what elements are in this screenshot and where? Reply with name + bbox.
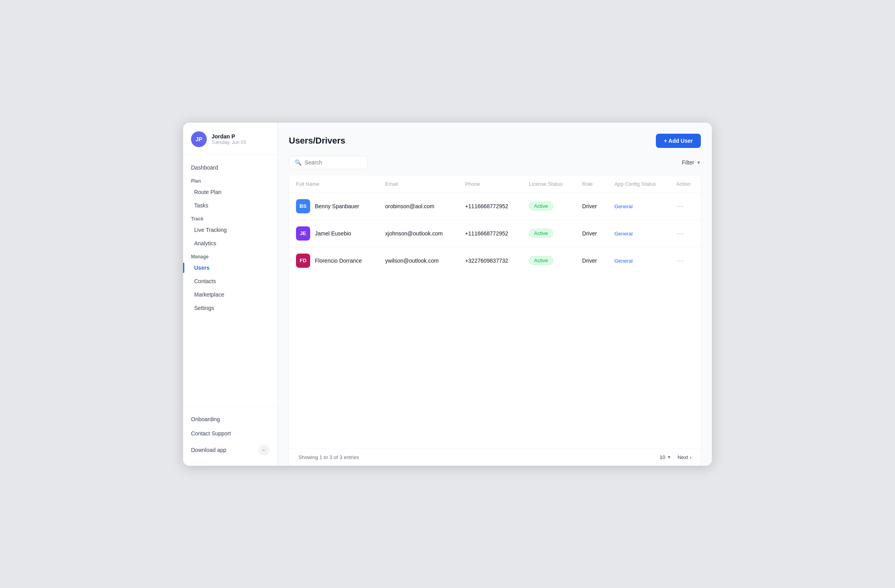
user-info: Jordan P Tuesday, Jun 03 <box>212 133 246 145</box>
sidebar-item-live-tracking[interactable]: Live Tracking <box>183 223 277 237</box>
table-footer: Showing 1 to 3 of 3 entries 10 ▼ Next › <box>289 448 701 466</box>
avatar: BS <box>296 199 310 213</box>
sidebar-bottom-label: Download app <box>191 447 227 453</box>
sidebar-item-label: Users <box>194 265 210 271</box>
action-menu-icon[interactable]: ⋯ <box>676 257 684 265</box>
showing-entries-text: Showing 1 to 3 of 3 entries <box>298 454 359 460</box>
user-name-text: Jamel Eusebio <box>315 230 351 237</box>
avatar: FD <box>296 254 310 268</box>
sidebar-item-onboarding[interactable]: Onboarding <box>183 412 277 426</box>
search-box: 🔍 <box>289 156 368 169</box>
cell-email: orobinson@aol.com <box>378 192 458 220</box>
sidebar-item-marketplace[interactable]: Marketplace <box>183 288 277 301</box>
sidebar-item-label: Tasks <box>194 202 208 209</box>
col-action: Action <box>669 175 701 193</box>
nav-section-plan: Plan <box>183 174 277 185</box>
next-button[interactable]: Next › <box>678 454 691 460</box>
table-header: Full Name Email Phone License Status Rol… <box>289 175 701 193</box>
sidebar-item-analytics[interactable]: Analytics <box>183 237 277 250</box>
users-table: Full Name Email Phone License Status Rol… <box>289 175 701 274</box>
cell-license-status: Active <box>522 192 575 220</box>
app-container: JP Jordan P Tuesday, Jun 03 Dashboard Pl… <box>183 123 712 466</box>
cell-phone: +3227609837732 <box>458 247 522 274</box>
header-row: Full Name Email Phone License Status Rol… <box>289 175 701 193</box>
sidebar-item-label: Live Tracking <box>194 227 227 233</box>
action-menu-icon[interactable]: ⋯ <box>676 230 684 237</box>
back-icon[interactable]: ← <box>258 444 270 455</box>
page-header: Users/Drivers + Add User <box>289 134 701 148</box>
cell-app-config: General <box>607 192 669 220</box>
cell-full-name: JE Jamel Eusebio <box>289 220 378 247</box>
sidebar-header: JP Jordan P Tuesday, Jun 03 <box>183 123 277 155</box>
status-badge: Active <box>529 202 553 211</box>
chevron-down-icon: ▼ <box>667 455 671 459</box>
app-config-badge: General <box>614 258 633 264</box>
sidebar-item-contact-support[interactable]: Contact Support <box>183 426 277 441</box>
col-app-config-status: App Config Status <box>607 175 669 193</box>
user-cell: BS Benny Spanbauer <box>296 199 371 213</box>
cell-action: ⋯ <box>669 192 701 220</box>
app-config-badge: General <box>614 203 633 209</box>
sidebar-item-label: Settings <box>194 305 214 311</box>
user-date: Tuesday, Jun 03 <box>212 140 246 145</box>
next-label: Next <box>678 454 688 460</box>
sidebar-item-download-app[interactable]: Download app ← <box>183 441 277 459</box>
table-row: BS Benny Spanbauer orobinson@aol.com +11… <box>289 192 701 220</box>
status-badge: Active <box>529 229 553 238</box>
user-cell: JE Jamel Eusebio <box>296 226 371 241</box>
user-name: Jordan P <box>212 133 246 140</box>
main-inner: Users/Drivers + Add User 🔍 Filter ▼ <box>278 123 712 466</box>
per-page-value: 10 <box>660 454 665 460</box>
cell-role: Driver <box>575 220 607 247</box>
cell-full-name: FD Florencio Dorrance <box>289 247 378 274</box>
cell-role: Driver <box>575 247 607 274</box>
sidebar-item-label: Marketplace <box>194 291 224 298</box>
col-phone: Phone <box>458 175 522 193</box>
user-avatar: JP <box>191 131 207 147</box>
cell-email: ywilson@outlook.com <box>378 247 458 274</box>
sidebar-item-label: Contacts <box>194 278 216 284</box>
toolbar: 🔍 Filter ▼ <box>289 156 701 169</box>
table-scroll-area[interactable]: Full Name Email Phone License Status Rol… <box>289 175 701 448</box>
sidebar-item-label: Analytics <box>194 240 216 246</box>
sidebar-item-users[interactable]: Users <box>183 261 277 274</box>
per-page-select[interactable]: 10 ▼ <box>660 454 671 460</box>
cell-email: xjohnson@outlook.com <box>378 220 458 247</box>
app-config-badge: General <box>614 231 633 237</box>
filter-button[interactable]: Filter ▼ <box>682 159 701 166</box>
col-email: Email <box>378 175 458 193</box>
cell-phone: +1116668772952 <box>458 220 522 247</box>
search-icon: 🔍 <box>295 159 301 166</box>
table-row: JE Jamel Eusebio xjohnson@outlook.com +1… <box>289 220 701 247</box>
sidebar-bottom-label: Onboarding <box>191 416 220 422</box>
cell-license-status: Active <box>522 220 575 247</box>
sidebar-item-contacts[interactable]: Contacts <box>183 274 277 288</box>
table-row: FD Florencio Dorrance ywilson@outlook.co… <box>289 247 701 274</box>
user-name-text: Florencio Dorrance <box>315 258 362 264</box>
sidebar-item-tasks[interactable]: Tasks <box>183 199 277 212</box>
sidebar-item-dashboard[interactable]: Dashboard <box>183 161 277 174</box>
table-container: Full Name Email Phone License Status Rol… <box>289 175 701 466</box>
pagination-controls: 10 ▼ Next › <box>660 454 691 460</box>
sidebar-item-settings[interactable]: Settings <box>183 301 277 315</box>
sidebar-bottom-label: Contact Support <box>191 430 231 437</box>
user-cell: FD Florencio Dorrance <box>296 254 371 268</box>
col-license-status: License Status <box>522 175 575 193</box>
nav-section-manage: Manage <box>183 250 277 261</box>
cell-app-config: General <box>607 247 669 274</box>
action-menu-icon[interactable]: ⋯ <box>676 202 684 210</box>
cell-action: ⋯ <box>669 220 701 247</box>
nav-section-track: Track <box>183 212 277 223</box>
cell-full-name: BS Benny Spanbauer <box>289 192 378 220</box>
sidebar-item-route-plan[interactable]: Route Plan <box>183 185 277 199</box>
status-badge: Active <box>529 256 553 265</box>
sidebar-nav: Dashboard Plan Route Plan Tasks Track Li… <box>183 155 277 407</box>
search-input[interactable] <box>305 159 362 166</box>
cell-role: Driver <box>575 192 607 220</box>
table-body: BS Benny Spanbauer orobinson@aol.com +11… <box>289 192 701 274</box>
cell-phone: +1116668772952 <box>458 192 522 220</box>
cell-action: ⋯ <box>669 247 701 274</box>
sidebar: JP Jordan P Tuesday, Jun 03 Dashboard Pl… <box>183 123 278 466</box>
add-user-button[interactable]: + Add User <box>656 134 701 148</box>
cell-app-config: General <box>607 220 669 247</box>
